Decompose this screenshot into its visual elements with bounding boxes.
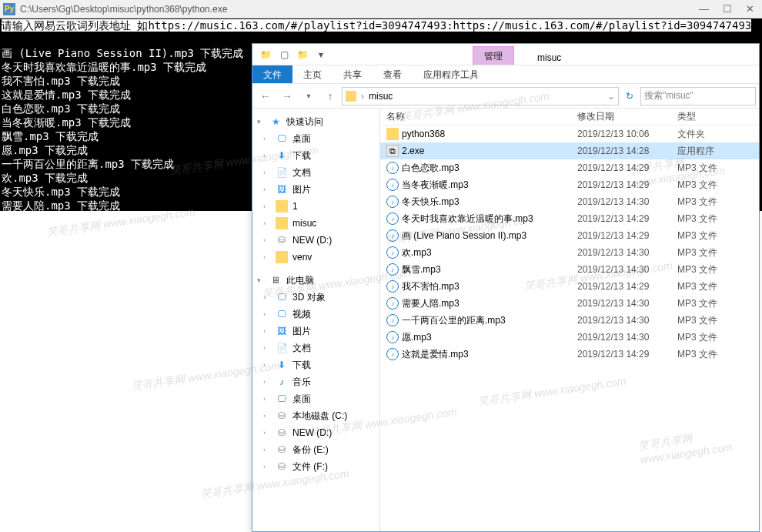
sidebar-item-label: 下载 bbox=[292, 359, 311, 372]
recent-dropdown[interactable]: ▼ bbox=[299, 86, 319, 106]
column-headers: 名称 修改日期 类型 bbox=[380, 109, 759, 125]
file-date: 2019/12/13 10:06 bbox=[577, 129, 677, 139]
folder-icon[interactable]: 📁 bbox=[257, 46, 274, 63]
sidebar-item-label: NEW (D:) bbox=[292, 235, 332, 246]
sidebar-item[interactable]: ›1 bbox=[252, 198, 379, 215]
maximize-button[interactable]: ☐ bbox=[723, 3, 732, 15]
chevron-right-icon: › bbox=[263, 378, 271, 386]
ribbon-tab-share[interactable]: 共享 bbox=[333, 65, 373, 83]
doc-icon: 📄 bbox=[276, 342, 288, 354]
sidebar-item[interactable]: ›⬇下载 bbox=[252, 356, 379, 373]
sidebar-item-label: 1 bbox=[292, 201, 298, 212]
file-row[interactable]: ♪白色恋歌.mp32019/12/13 14:29MP3 文件 bbox=[380, 159, 759, 176]
dl-icon: ⬇ bbox=[276, 359, 288, 371]
file-type: MP3 文件 bbox=[677, 331, 739, 344]
pc-icon: 🖥 bbox=[269, 274, 282, 286]
sidebar-item[interactable]: ›⛁备份 (E:) bbox=[252, 441, 379, 458]
col-type[interactable]: 类型 bbox=[677, 110, 739, 123]
minimize-button[interactable]: — bbox=[699, 3, 709, 15]
file-row[interactable]: ♪当冬夜渐暖.mp32019/12/13 14:29MP3 文件 bbox=[380, 176, 759, 193]
col-date[interactable]: 修改日期 bbox=[577, 110, 677, 123]
file-row[interactable]: ♪冬天快乐.mp32019/12/13 14:30MP3 文件 bbox=[380, 193, 759, 210]
dropdown-icon[interactable]: ▾ bbox=[312, 46, 329, 63]
file-date: 2019/12/13 14:30 bbox=[577, 332, 677, 343]
file-row[interactable]: ♪画 (Live Piano Session II).mp32019/12/13… bbox=[380, 227, 759, 244]
new-folder-icon[interactable]: 📁 bbox=[294, 46, 311, 63]
file-name: 当冬夜渐暖.mp3 bbox=[402, 179, 469, 192]
file-row[interactable]: ♪这就是爱情.mp32019/12/13 14:29MP3 文件 bbox=[380, 346, 759, 363]
sidebar-item[interactable]: ›🖵桌面 bbox=[252, 390, 379, 407]
chevron-right-icon: › bbox=[263, 152, 271, 159]
sidebar-item[interactable]: ›🖵视频 bbox=[252, 306, 379, 323]
file-row[interactable]: ♪愿.mp32019/12/13 14:30MP3 文件 bbox=[380, 329, 759, 346]
close-button[interactable]: ✕ bbox=[746, 3, 754, 15]
mp3-icon: ♪ bbox=[386, 331, 399, 343]
sidebar-item[interactable]: ›📄文档 bbox=[252, 164, 379, 181]
sidebar-item[interactable]: ›venv bbox=[252, 249, 379, 266]
file-row[interactable]: ♪一千两百公里的距离.mp32019/12/13 14:30MP3 文件 bbox=[380, 312, 759, 329]
sidebar-item-label: 下载 bbox=[292, 149, 311, 162]
file-list[interactable]: 名称 修改日期 类型 python3682019/12/13 10:06文件夹⧉… bbox=[380, 109, 759, 531]
desktop-icon: 🖵 bbox=[276, 393, 288, 405]
ribbon-context-tab[interactable]: 管理 bbox=[473, 46, 514, 65]
file-type: MP3 文件 bbox=[677, 179, 739, 192]
file-row[interactable]: ⧉2.exe2019/12/13 14:28应用程序 bbox=[380, 142, 759, 159]
sidebar-item-label: 文档 bbox=[292, 166, 311, 179]
sidebar-item[interactable]: ›⛁NEW (D:) bbox=[252, 232, 379, 249]
sidebar-item[interactable]: ›⛁文件 (F:) bbox=[252, 458, 379, 475]
file-row[interactable]: ♪冬天时我喜欢靠近温暖的事.mp32019/12/13 14:29MP3 文件 bbox=[380, 210, 759, 227]
sidebar-item-label: misuc bbox=[292, 218, 316, 229]
sidebar-item[interactable]: ›🖼图片 bbox=[252, 323, 379, 340]
file-type: MP3 文件 bbox=[677, 348, 739, 361]
sidebar-this-pc[interactable]: ▾ 🖥 此电脑 bbox=[252, 272, 379, 289]
col-name[interactable]: 名称 bbox=[380, 110, 577, 123]
sidebar-item[interactable]: ›⛁本地磁盘 (C:) bbox=[252, 407, 379, 424]
chevron-right-icon: › bbox=[263, 219, 271, 227]
sidebar-item[interactable]: ›♪音乐 bbox=[252, 373, 379, 390]
file-type: 文件夹 bbox=[677, 128, 739, 141]
sidebar-item[interactable]: ›⬇下载 bbox=[252, 147, 379, 164]
file-date: 2019/12/13 14:28 bbox=[577, 146, 677, 156]
sidebar-item[interactable]: ›⛁NEW (D:) bbox=[252, 424, 379, 441]
nav-sidebar[interactable]: ▾ ★ 快速访问 ›🖵桌面›⬇下载›📄文档›🖼图片›1›misuc›⛁NEW (… bbox=[252, 109, 380, 531]
file-row[interactable]: ♪飘雪.mp32019/12/13 14:30MP3 文件 bbox=[380, 261, 759, 278]
drive-icon: ⛁ bbox=[276, 234, 288, 246]
ribbon: 文件 主页 共享 查看 应用程序工具 bbox=[252, 65, 759, 84]
search-box[interactable]: 搜索"misuc" bbox=[640, 87, 756, 105]
sidebar-item[interactable]: ›🖵3D 对象 bbox=[252, 289, 379, 306]
chevron-right-icon: › bbox=[263, 344, 271, 352]
file-type: MP3 文件 bbox=[677, 196, 739, 209]
refresh-button[interactable]: ↻ bbox=[620, 87, 639, 105]
file-name: 2.exe bbox=[402, 146, 424, 156]
back-button[interactable]: ← bbox=[256, 86, 276, 106]
console-prompt: 请输入网易云歌词列表地址 如https://music.163.com/#/pl… bbox=[2, 19, 751, 32]
sidebar-item[interactable]: ›📄文档 bbox=[252, 340, 379, 356]
up-button[interactable]: ↑ bbox=[320, 86, 340, 106]
file-row[interactable]: python3682019/12/13 10:06文件夹 bbox=[380, 125, 759, 142]
forward-button[interactable]: → bbox=[277, 86, 297, 106]
chevron-right-icon: › bbox=[263, 253, 271, 261]
quick-access-toolbar: 📁 ▢ 📁 ▾ bbox=[252, 45, 334, 65]
address-bar[interactable]: › misuc ⌄ bbox=[342, 87, 619, 105]
ribbon-tab-apptools[interactable]: 应用程序工具 bbox=[413, 65, 490, 83]
file-type: MP3 文件 bbox=[677, 280, 739, 293]
file-row[interactable]: ♪需要人陪.mp32019/12/13 14:30MP3 文件 bbox=[380, 295, 759, 312]
file-row[interactable]: ♪欢.mp32019/12/13 14:30MP3 文件 bbox=[380, 244, 759, 261]
sidebar-item-label: 音乐 bbox=[292, 376, 311, 389]
folder-icon bbox=[386, 128, 399, 140]
window-title: misuc bbox=[526, 49, 572, 65]
breadcrumb[interactable]: misuc bbox=[369, 91, 393, 102]
properties-icon[interactable]: ▢ bbox=[276, 46, 292, 63]
addr-dropdown-icon[interactable]: ⌄ bbox=[607, 91, 615, 102]
ribbon-tab-home[interactable]: 主页 bbox=[292, 65, 333, 83]
file-row[interactable]: ♪我不害怕.mp32019/12/13 14:29MP3 文件 bbox=[380, 278, 759, 295]
ribbon-tab-view[interactable]: 查看 bbox=[373, 65, 413, 83]
chevron-right-icon: › bbox=[263, 186, 271, 193]
file-name: 冬天快乐.mp3 bbox=[402, 196, 460, 209]
sidebar-item[interactable]: ›🖼图片 bbox=[252, 181, 379, 198]
sidebar-item[interactable]: ›🖵桌面 bbox=[252, 130, 379, 147]
sidebar-item[interactable]: ›misuc bbox=[252, 215, 379, 232]
sidebar-item-label: 桌面 bbox=[292, 132, 311, 146]
sidebar-quick-access[interactable]: ▾ ★ 快速访问 bbox=[252, 113, 379, 130]
ribbon-tab-file[interactable]: 文件 bbox=[252, 65, 292, 83]
